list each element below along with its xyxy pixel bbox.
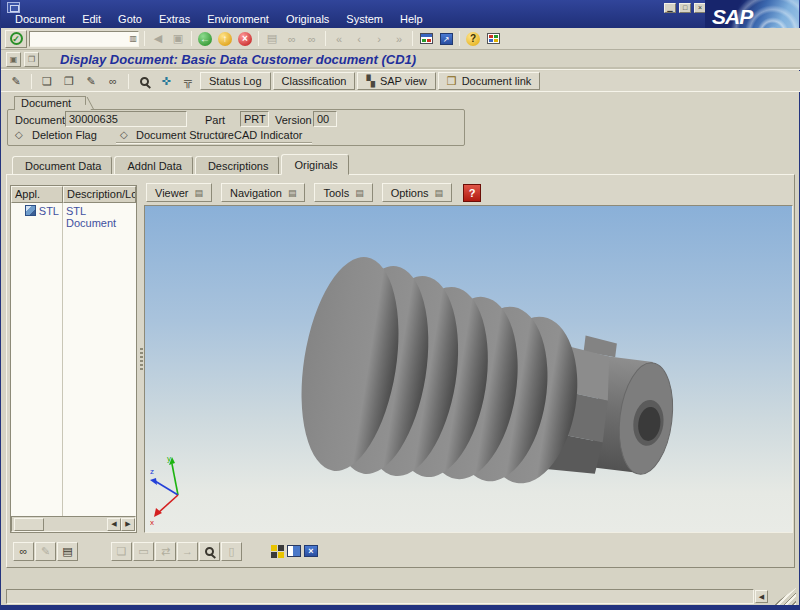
part-label: Part — [205, 112, 225, 128]
cancel-button[interactable]: × — [235, 30, 255, 48]
command-history-icon[interactable]: ▥ — [129, 34, 137, 43]
hierarchy-button[interactable]: ╦ — [178, 72, 198, 90]
help-button[interactable]: ? — [463, 30, 483, 48]
deletion-flag-label: Deletion Flag — [32, 127, 97, 143]
scroll-left-icon: ◀ — [148, 30, 168, 48]
part-field[interactable]: PRT — [240, 111, 269, 127]
menu-icon: ▤ — [355, 188, 364, 198]
tab-document-data[interactable]: Document Data — [12, 156, 112, 175]
menu-document[interactable]: Document — [15, 13, 65, 25]
separator — [144, 31, 145, 46]
status-bar: ◀ — [1, 586, 800, 605]
tab-descriptions[interactable]: Descriptions — [195, 156, 280, 175]
originals-table-header: Appl. Description/Log _ — [11, 186, 136, 203]
first-page-icon: « — [329, 30, 349, 48]
command-field[interactable] — [29, 31, 139, 47]
deletion-flag-checkbox[interactable]: ◇ — [15, 128, 23, 142]
display-change-toggle-button[interactable]: ✎ — [6, 72, 26, 90]
tab-strip: Document Data Addnl Data Descriptions Or… — [12, 154, 351, 175]
display-originals-button[interactable] — [134, 72, 154, 90]
navigation-menu-button[interactable]: Navigation▤ — [221, 183, 306, 202]
copy-screen-button[interactable]: ❐ — [24, 52, 39, 67]
header: Document Edit Goto Extras Environment Or… — [1, 0, 800, 28]
tab-originals[interactable]: Originals — [281, 154, 348, 175]
shortcut-icon: ↗ — [440, 33, 453, 45]
magnifier-icon — [140, 77, 149, 86]
copy-document-button[interactable]: ❐ — [59, 72, 79, 90]
create-shortcut-button[interactable]: ↗ — [436, 30, 456, 48]
viewer-3d-canvas[interactable]: y z x — [144, 205, 793, 533]
column-description-log[interactable]: Description/Log _ — [63, 186, 136, 203]
menu-edit[interactable]: Edit — [82, 13, 101, 25]
find-next-icon: ∞ — [302, 30, 322, 48]
status-expand-button[interactable]: ◀ — [755, 590, 768, 603]
display-original-button[interactable]: ∞ — [13, 542, 34, 561]
menu-help[interactable]: Help — [400, 13, 423, 25]
columns-icon — [287, 545, 301, 557]
resize-grip[interactable] — [773, 588, 796, 605]
find-document-button[interactable]: ∞ — [103, 72, 123, 90]
sap-gui-window: Document Edit Goto Extras Environment Or… — [0, 0, 800, 610]
close-viewer-button[interactable]: × — [303, 542, 319, 561]
viewer-help-button[interactable]: ? — [463, 184, 481, 202]
svg-text:z: z — [150, 467, 154, 476]
separator — [258, 31, 259, 46]
tools-menu-button[interactable]: Tools▤ — [314, 183, 372, 202]
where-used-button[interactable]: ✜ — [156, 72, 176, 90]
options-menu-button[interactable]: Options▤ — [382, 183, 452, 202]
scrollbar-thumb[interactable] — [14, 518, 44, 531]
sap-view-button[interactable]: ▚ SAP view — [357, 72, 435, 90]
splitter-handle — [140, 348, 143, 370]
enter-button[interactable]: ✓ — [5, 30, 27, 48]
create-document-button[interactable]: ❏ — [37, 72, 57, 90]
field-underline — [116, 142, 312, 144]
menu-goto[interactable]: Goto — [118, 13, 142, 25]
document-link-button[interactable]: ❒ Document link — [438, 72, 541, 90]
classification-button[interactable]: Classification — [273, 72, 356, 90]
svg-text:x: x — [150, 518, 154, 527]
table-row-appl-cell[interactable]: STL — [11, 203, 63, 516]
display-in-viewer-button[interactable] — [199, 542, 220, 561]
minimize-button[interactable]: ▁ — [664, 3, 676, 13]
scroll-right-button[interactable]: ▶ — [121, 518, 135, 531]
column-view-button[interactable] — [286, 542, 302, 561]
table-row-description-cell[interactable]: STL Document — [63, 203, 136, 516]
column-appl[interactable]: Appl. — [11, 186, 63, 203]
window-bottom-border — [1, 605, 800, 610]
document-structure-checkbox[interactable]: ◇ — [120, 128, 128, 142]
menu-extras[interactable]: Extras — [159, 13, 190, 25]
cad-indicator-checkbox[interactable]: ◇ — [218, 128, 226, 142]
scroll-left-button[interactable]: ◀ — [107, 518, 121, 531]
stl-cube-icon — [25, 205, 36, 216]
tab-addnl-data[interactable]: Addnl Data — [114, 156, 192, 175]
check-in-original-button: ⇄ — [155, 542, 176, 561]
screen-options-button[interactable]: ▣ — [6, 52, 21, 67]
detail-display-button[interactable] — [269, 542, 285, 561]
layout-grid-icon — [487, 33, 500, 44]
print-original-button[interactable]: ▤ — [57, 542, 78, 561]
menu-bar: Document Edit Goto Extras Environment Or… — [15, 13, 423, 25]
document-number-field[interactable]: 30000635 — [65, 111, 187, 127]
document-link-icon: ❒ — [447, 75, 457, 88]
back-button[interactable]: ← — [195, 30, 215, 48]
system-toolbar: ✓ ▥ ◀ ▣ ← ↑ × ▤ ∞ ∞ « ‹ › » ↗ ? — [1, 28, 800, 50]
version-field[interactable]: 00 — [313, 111, 337, 127]
document-groupbox-legend: Document — [14, 96, 86, 110]
menu-system[interactable]: System — [346, 13, 383, 25]
menu-environment[interactable]: Environment — [207, 13, 269, 25]
status-log-button[interactable]: Status Log — [200, 72, 271, 90]
document-number-label: Document — [15, 112, 65, 128]
horizontal-scrollbar: ◀ ▶ — [11, 516, 136, 532]
menu-originals[interactable]: Originals — [286, 13, 329, 25]
edit-document-button[interactable]: ✎ — [81, 72, 101, 90]
new-session-button[interactable] — [416, 30, 436, 48]
customize-layout-button[interactable] — [483, 30, 503, 48]
open-original-button: ▭ — [133, 542, 154, 561]
viewer-menu-button[interactable]: Viewer▤ — [146, 183, 212, 202]
originals-table-body: STL STL Document — [11, 203, 136, 516]
detail-squares-icon — [271, 545, 284, 558]
menu-icon: ▤ — [288, 188, 297, 198]
maximize-button[interactable]: □ — [679, 3, 691, 13]
exit-button[interactable]: ↑ — [215, 30, 235, 48]
svg-text:y: y — [167, 454, 171, 463]
